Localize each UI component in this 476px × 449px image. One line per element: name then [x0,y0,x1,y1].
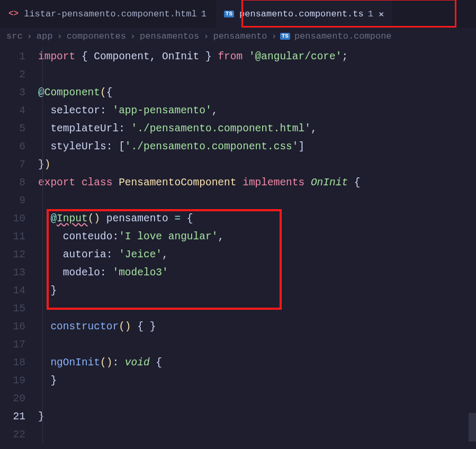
scrollbar-thumb[interactable] [469,413,476,442]
breadcrumb-segment[interactable]: pensamento [212,31,268,41]
code-line: @Input() pensamento = { [38,210,476,228]
line-number: 13 [0,264,25,282]
code-content[interactable]: import { Component, OnInit } from '@angu… [38,48,476,444]
tab-listar-pensamento[interactable]: <> listar-pensamento.component.html 1 [0,0,215,28]
code-line [38,300,476,318]
breadcrumb: src › app › componentes › pensamentos › … [0,28,476,44]
code-line [38,66,476,84]
gutter: 1 2 3 4 5 6 7 8 9 10 11 12 13 14 15 16 1… [0,48,38,444]
code-line: @Component({ [38,84,476,102]
code-line: }) [38,156,476,174]
breadcrumb-segment[interactable]: componentes [66,31,127,41]
code-line [38,192,476,210]
line-number: 9 [0,192,25,210]
line-number: 14 [0,282,25,300]
line-number: 18 [0,354,25,372]
line-number: 22 [0,426,25,444]
breadcrumb-file[interactable]: pensamento.compone [293,31,393,41]
code-line: export class PensamentoComponent impleme… [38,174,476,192]
html-icon: <> [8,9,19,19]
line-number: 11 [0,228,25,246]
tab-label: pensamento.component.ts [239,9,364,19]
code-line: } [38,408,476,426]
code-editor[interactable]: 1 2 3 4 5 6 7 8 9 10 11 12 13 14 15 16 1… [0,44,476,444]
code-line: selector: 'app-pensamento', [38,102,476,120]
code-line: modelo: 'modelo3' [38,264,476,282]
line-number: 20 [0,390,25,408]
code-line: ngOnInit(): void { [38,354,476,372]
line-number: 3 [0,84,25,102]
ts-icon: TS [224,11,234,17]
tab-dirty-indicator: 1 [201,9,206,19]
code-line [38,390,476,408]
tab-bar: <> listar-pensamento.component.html 1 TS… [0,0,476,28]
breadcrumb-segment[interactable]: app [35,31,54,41]
code-line: conteudo:'I love angular', [38,228,476,246]
line-number: 4 [0,102,25,120]
line-number: 1 [0,48,25,66]
line-number: 12 [0,246,25,264]
chevron-right-icon: › [127,31,139,41]
chevron-right-icon: › [53,31,65,41]
ts-icon: TS [280,33,290,40]
code-line [38,426,476,444]
tab-label: listar-pensamento.component.html [24,9,196,19]
breadcrumb-segment[interactable]: pensamentos [139,31,200,41]
line-number: 5 [0,120,25,138]
close-icon[interactable]: ✕ [379,8,384,20]
line-number: 6 [0,138,25,156]
code-line: templateUrl: './pensamento.component.htm… [38,120,476,138]
code-line: autoria: 'Jeice', [38,246,476,264]
code-line: import { Component, OnInit } from '@angu… [38,48,476,66]
line-number: 19 [0,372,25,390]
line-number: 8 [0,174,25,192]
line-number: 16 [0,318,25,336]
line-number: 17 [0,336,25,354]
line-number: 7 [0,156,25,174]
chevron-right-icon: › [24,31,35,41]
breadcrumb-segment[interactable]: src [5,31,24,41]
chevron-right-icon: › [200,31,212,41]
chevron-right-icon: › [268,31,280,41]
code-line: constructor() { } [38,318,476,336]
code-line: styleUrls: ['./pensamento.component.css'… [38,138,476,156]
tab-pensamento-ts[interactable]: TS pensamento.component.ts 1 ✕ [215,0,393,28]
line-number: 15 [0,300,25,318]
line-number: 2 [0,66,25,84]
line-number: 10 [0,210,25,228]
tab-dirty-indicator: 1 [368,9,373,19]
code-line: } [38,372,476,390]
line-number: 21 [0,408,25,426]
code-line: } [38,282,476,300]
code-line [38,336,476,354]
